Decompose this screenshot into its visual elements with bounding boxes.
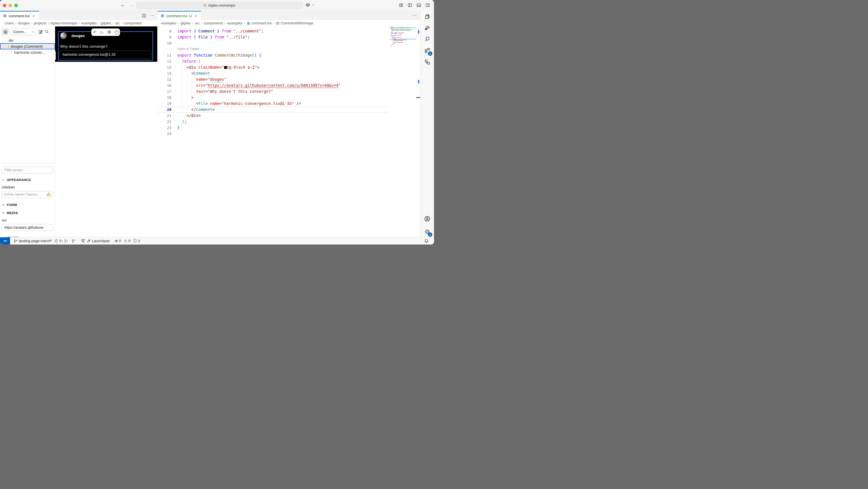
tab-comment-tsx-left[interactable]: comment.tsx ×	[0, 11, 39, 20]
minimap-segment	[398, 30, 400, 31]
warning-icon: ⚠	[124, 239, 127, 243]
tree-item-harmonic-conver-[interactable]: ›harmonic-conver...	[0, 50, 55, 55]
breadcrumb-right[interactable]: examples›gitplex›src›components›examples…	[158, 20, 424, 26]
search-icon	[424, 36, 431, 42]
tree-item-div[interactable]: div	[0, 37, 55, 43]
remote-indicator[interactable]: ><	[0, 237, 10, 245]
breadcrumb-item[interactable]: gitplex	[101, 21, 111, 25]
problems-item[interactable]: ⊗ 0 ⚠ 0 ⓘ 2	[115, 238, 140, 243]
codelens-open-in-triplex[interactable]: Open in Triplex	[172, 46, 199, 52]
toggle-primary-sidebar-icon[interactable]	[408, 3, 412, 7]
git-branch-item[interactable]: landing-page-march*	[13, 239, 52, 243]
minimap-segment	[395, 33, 396, 34]
warning-count: 0	[128, 239, 130, 243]
layers-button[interactable]	[2, 28, 9, 35]
code-line: 13 <div className="bg-black p-2">	[157, 64, 388, 70]
undo-button[interactable]: ↶	[91, 28, 98, 36]
remote-icon: ><	[3, 239, 7, 243]
notifications-bell[interactable]	[424, 238, 429, 243]
minimap-segment	[393, 40, 394, 41]
line-number: 11	[157, 52, 172, 58]
breadcrumb-item[interactable]: examples	[81, 21, 97, 25]
settings-button[interactable]: ⚙	[105, 28, 113, 36]
section-form[interactable]: FORM	[2, 203, 53, 207]
more-actions-icon[interactable]: ⋯	[412, 13, 417, 18]
line-number: 19	[157, 100, 172, 107]
activitybar-extensions[interactable]: 2	[421, 45, 434, 56]
activitybar-run-debug[interactable]	[421, 22, 434, 34]
minimap-segment	[399, 32, 400, 33]
filter-props-input[interactable]	[2, 167, 53, 174]
code-line: 18 >	[157, 94, 388, 100]
activitybar-search[interactable]	[421, 33, 434, 45]
breadcrumb-item[interactable]: douges	[18, 21, 30, 25]
breadcrumb-item[interactable]: src	[115, 21, 120, 25]
scene-canvas[interactable]: douges Why doesn't this converge? harmon…	[55, 26, 157, 237]
activitybar-explorer[interactable]	[421, 11, 434, 22]
toggle-secondary-sidebar-icon[interactable]	[425, 3, 430, 7]
breadcrumb-item[interactable]: src	[195, 21, 200, 25]
breadcrumb-item[interactable]: triplex-monorepo	[50, 21, 77, 25]
children-input[interactable]	[2, 191, 53, 198]
chevron-right-icon[interactable]: ›	[8, 45, 9, 48]
more-actions-icon[interactable]: ⋯	[150, 13, 154, 18]
toggle-panel-icon[interactable]	[416, 3, 421, 7]
breadcrumb-item[interactable]: component	[124, 21, 142, 25]
panel-resize-handle[interactable]	[55, 51, 56, 60]
help-button[interactable]: ?	[113, 28, 120, 36]
command-center-search[interactable]: triplex-monorepo	[136, 2, 302, 9]
extensions-badge: 2	[428, 51, 432, 56]
close-window-button[interactable]	[3, 4, 6, 7]
section-media[interactable]: MEDIA	[2, 211, 53, 214]
split-editor-icon[interactable]	[142, 13, 146, 18]
zoom-window-button[interactable]	[14, 4, 18, 7]
line-number: 23	[157, 125, 172, 131]
minimap[interactable]	[391, 26, 420, 78]
customize-layout-icon[interactable]	[399, 3, 403, 7]
copilot-menu[interactable]	[305, 3, 314, 7]
rendered-component-root[interactable]: douges Why doesn't this converge? harmon…	[55, 26, 157, 62]
activitybar-account[interactable]	[421, 213, 434, 224]
comment-author: douges	[71, 34, 85, 38]
history-forward-button[interactable]: →	[130, 2, 134, 7]
launchpad-item[interactable]: Launchpad	[81, 239, 110, 243]
minimap-segment	[396, 30, 398, 31]
undo-icon: ↶	[93, 30, 96, 34]
play-button[interactable]: ▷	[98, 28, 105, 36]
component-selector[interactable]: Comm...	[11, 28, 36, 35]
tree-item-douges-comment-[interactable]: ›douges (Comment)	[0, 43, 55, 50]
window-controls[interactable]	[3, 4, 20, 8]
new-file-edit-icon[interactable]	[38, 30, 43, 34]
title-bar: ← → triplex-monorepo	[0, 0, 434, 11]
breadcrumb-item[interactable]: projects	[34, 21, 46, 25]
chevron-right-icon[interactable]: ›	[11, 51, 12, 54]
breadcrumb-separator: ›	[47, 21, 50, 25]
minimize-window-button[interactable]	[9, 4, 12, 7]
section-appearance[interactable]: APPEARANCE	[2, 178, 53, 181]
line-number: 20	[157, 107, 172, 113]
breadcrumb-item[interactable]: components	[204, 21, 223, 25]
code-line: 11export function CommentWithImage() {	[157, 52, 388, 58]
activitybar-references[interactable]	[421, 56, 434, 68]
history-back-button[interactable]: ←	[121, 2, 125, 7]
git-sync-item[interactable]: 0↓ 2↑	[54, 239, 68, 243]
minimap-segment	[392, 37, 393, 38]
close-tab-icon[interactable]: ×	[33, 14, 35, 18]
breadcrumb-file[interactable]: comment.tsx	[247, 21, 272, 25]
breadcrumb-item[interactable]: examples	[227, 21, 243, 25]
source-control-graph-item[interactable]	[71, 239, 75, 243]
search-icon[interactable]	[45, 30, 49, 34]
code-editor[interactable]: 8import { Comment } from "../comment";9i…	[157, 26, 420, 237]
tree-item-label: div	[9, 38, 13, 42]
tab-comment-tsx-right[interactable]: comment.tsx U ×	[158, 11, 201, 20]
breadcrumb-left[interactable]: Users›douges›projects›triplex-monorepo›e…	[0, 20, 162, 26]
minimap-segment	[394, 37, 397, 38]
workspace-title: triplex-monorepo	[208, 3, 236, 7]
src-input[interactable]	[2, 224, 53, 231]
activitybar-settings[interactable]: ⚙ 1	[421, 226, 434, 237]
close-tab-icon[interactable]: ×	[195, 14, 197, 18]
breadcrumb-item[interactable]: Users	[5, 21, 14, 25]
breadcrumb-symbol[interactable]: CommentWithImage	[276, 21, 313, 25]
breadcrumb-item[interactable]: examples	[161, 21, 177, 25]
breadcrumb-item[interactable]: gitplex	[181, 21, 191, 25]
